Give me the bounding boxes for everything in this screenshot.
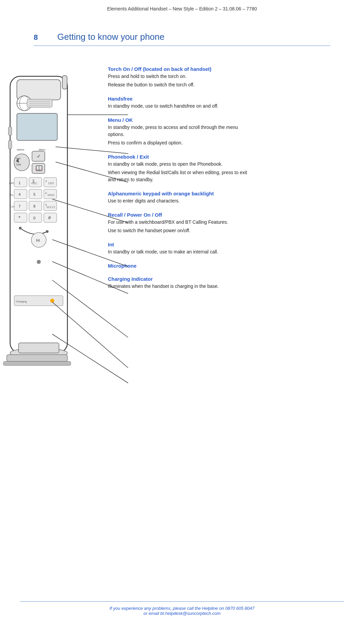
annotation-charging: Charging Indicator Illuminates when the … [108, 276, 344, 290]
annotation-torch-text: Press and hold to switch the torch on. R… [108, 73, 249, 88]
chapter-number: 8 [34, 33, 47, 42]
annotation-charging-label: Charging Indicator [108, 276, 344, 282]
svg-text:Menu: Menu [39, 148, 46, 151]
annotation-handsfree: Handsfree In standby mode, use to switch… [108, 96, 344, 110]
svg-rect-51 [14, 213, 27, 222]
svg-text:2: 2 [32, 179, 34, 183]
svg-text:Calls: Calls [16, 163, 21, 166]
svg-rect-12 [8, 140, 12, 149]
annotation-phonebook-label: Phonebook / Exit [108, 154, 344, 160]
annotation-recall-text: For use with a switchboard/PBX and BT Ca… [108, 219, 249, 234]
svg-rect-11 [8, 127, 12, 135]
svg-point-58 [46, 230, 49, 233]
phone-svg: dsfree Menu ✓ Dial/ Vol Calls 📖 1 ABC [0, 59, 88, 414]
annotation-menu: Menu / OK In standby mode, press to acce… [108, 117, 344, 146]
svg-text:ABC: ABC [9, 182, 15, 185]
svg-text:7: 7 [19, 204, 21, 208]
annotation-int-text: In standby or talk mode, use to make an … [108, 248, 249, 255]
svg-text:WXYZ: WXYZ [47, 206, 56, 209]
svg-point-57 [19, 227, 22, 229]
annotation-keypad-label: Alphanumeric keypad with orange backligh… [108, 191, 344, 196]
svg-rect-68 [3, 361, 71, 365]
annotations-column: Torch On / Off (located on back of hands… [88, 59, 344, 415]
annotation-handsfree-text: In standby mode, use to switch handsfree… [108, 103, 249, 110]
svg-text:TUV: TUV [9, 205, 15, 208]
svg-text:Int: Int [36, 239, 40, 242]
page-footer: If you experience any problems, please c… [20, 601, 344, 616]
svg-text:0: 0 [33, 216, 35, 220]
annotation-microphone: Microphone [108, 263, 344, 269]
svg-text:✓: ✓ [37, 154, 41, 159]
annotation-menu-text: In standby mode, press to access and scr… [108, 124, 249, 146]
annotation-keypad-text: Use to enter digits and characters. [108, 197, 249, 205]
svg-text:5: 5 [33, 192, 35, 196]
svg-text:DEF: DEF [48, 182, 55, 185]
svg-rect-2 [62, 76, 67, 89]
svg-text:3: 3 [45, 180, 47, 183]
svg-text:JKL: JKL [9, 193, 14, 196]
svg-text:8: 8 [33, 204, 35, 208]
annotation-int-label: Int [108, 242, 344, 247]
svg-rect-66 [19, 343, 59, 353]
annotation-int: Int In standby or talk mode, use to make… [108, 242, 344, 255]
chapter-title: Getting to know your phone [57, 32, 164, 42]
svg-text:MNO: MNO [48, 193, 55, 197]
annotation-microphone-label: Microphone [108, 263, 344, 269]
svg-text:1: 1 [19, 181, 21, 185]
page-header: Elements Additional Handset – New Style … [0, 0, 364, 11]
annotation-torch: Torch On / Off (located on back of hands… [108, 66, 344, 88]
annotation-handsfree-label: Handsfree [108, 96, 344, 102]
annotation-recall-label: Recall / Power On / Off [108, 212, 344, 218]
annotation-charging-text: Illuminates when the handset is charging… [108, 283, 249, 290]
svg-point-64 [50, 299, 54, 303]
main-content: dsfree Menu ✓ Dial/ Vol Calls 📖 1 ABC [0, 46, 364, 421]
annotation-torch-label: Torch On / Off (located on back of hands… [108, 66, 344, 72]
svg-rect-67 [7, 355, 67, 361]
svg-rect-10 [17, 113, 57, 140]
svg-text:#: # [48, 215, 51, 220]
annotation-menu-label: Menu / OK [108, 117, 344, 123]
svg-text:Charging: Charging [16, 300, 27, 303]
annotation-phonebook: Phonebook / Exit In standby or talk mode… [108, 154, 344, 183]
svg-text:4: 4 [19, 192, 21, 196]
annotation-phonebook-text: In standby or talk mode, press to open t… [108, 161, 249, 183]
svg-point-61 [37, 260, 41, 264]
annotation-recall: Recall / Power On / Off For use with a s… [108, 212, 344, 234]
svg-text:dsfree: dsfree [17, 148, 25, 151]
svg-text:6: 6 [45, 191, 47, 195]
chapter-heading: 8 Getting to know your phone [0, 11, 364, 42]
svg-text:*: * [19, 215, 21, 220]
phone-illustration: dsfree Menu ✓ Dial/ Vol Calls 📖 1 ABC [0, 59, 88, 415]
annotation-keypad: Alphanumeric keypad with orange backligh… [108, 191, 344, 205]
